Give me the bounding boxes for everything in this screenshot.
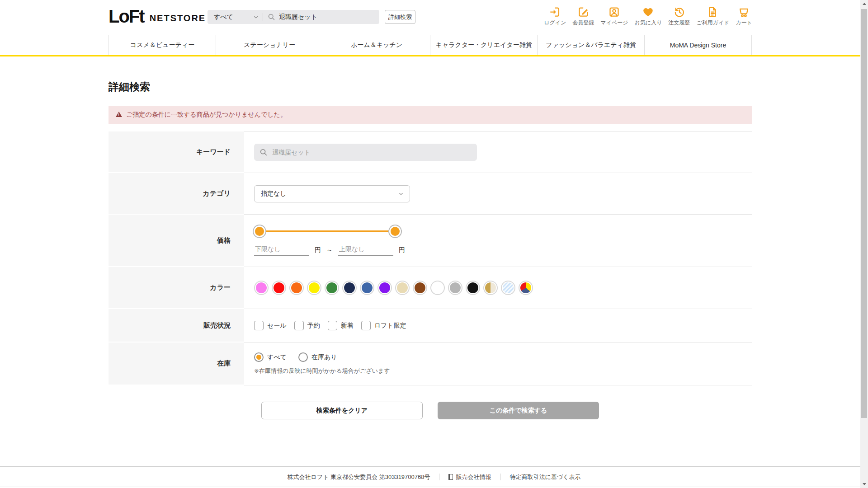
color-swatch-pink[interactable] [256, 282, 267, 293]
status-checkbox-予約[interactable]: 予約 [294, 321, 320, 330]
quick-link-label: ご利用ガイド [696, 19, 729, 27]
login-link[interactable]: ログイン [544, 6, 566, 27]
color-swatch-beige[interactable] [397, 282, 408, 293]
scrollbar-up-arrow[interactable] [860, 0, 868, 8]
mypage-icon [608, 6, 620, 18]
stock-radio-在庫あり[interactable]: 在庫あり [298, 352, 337, 362]
nav-item[interactable]: キャラクター・クリエイター雑貨 [430, 35, 537, 55]
color-swatch-orange[interactable] [291, 282, 302, 293]
status-row: 販売状況 セール 予約 [108, 309, 752, 343]
chevron-down-icon [253, 14, 259, 20]
color-swatch-green[interactable] [326, 282, 337, 293]
footer: 株式会社ロフト 東京都公安委員会 第303319700768号 販売会社情報 特… [0, 466, 868, 487]
nav-item[interactable]: ホーム＆キッチン [323, 35, 430, 55]
stock-row: 在庫 すべて 在庫あり [108, 343, 752, 385]
footer-divider [500, 474, 500, 480]
nav-item[interactable]: ステーショナリー [216, 35, 323, 55]
color-row: カラー [108, 267, 752, 309]
color-swatch-clear[interactable] [503, 282, 514, 293]
search-category-select[interactable]: すべて [208, 10, 263, 24]
search-category-value: すべて [214, 13, 233, 21]
register-link[interactable]: 会員登録 [572, 6, 594, 27]
price-slider-handle-max[interactable] [389, 225, 401, 237]
footer-link-label: 特定商取引法に基づく表示 [509, 473, 580, 481]
search-submit-button[interactable]: この条件で検索する [438, 402, 599, 419]
color-swatch-white[interactable] [432, 282, 443, 293]
footer-bottom-line [0, 487, 868, 487]
page: LoFt NETSTORE すべて 詳細検索 ログイン [0, 0, 868, 488]
footer-row: 株式会社ロフト 東京都公安委員会 第303319700768号 販売会社情報 特… [0, 467, 868, 487]
category-select[interactable]: 指定なし [254, 185, 410, 202]
footer-company-text: 株式会社ロフト 東京都公安委員会 第303319700768号 [288, 473, 430, 481]
header: LoFt NETSTORE すべて 詳細検索 ログイン [0, 0, 868, 35]
login-icon [549, 6, 561, 18]
color-swatch-brown[interactable] [415, 282, 425, 293]
checkbox-label: セール [267, 322, 287, 330]
status-checkbox-セール[interactable]: セール [254, 321, 287, 330]
radio-label: すべて [267, 353, 287, 361]
price-range-slider [259, 225, 395, 237]
stock-note: ※在庫情報の反映に時間がかかる場合がございます [254, 367, 390, 375]
logo[interactable]: LoFt NETSTORE [108, 7, 206, 25]
color-swatch-black[interactable] [467, 282, 478, 293]
footer-link-legal[interactable]: 特定商取引法に基づく表示 [509, 473, 580, 481]
history-icon [673, 6, 685, 18]
checkbox-box [328, 321, 337, 330]
search-divider [263, 13, 263, 21]
color-swatch-blue[interactable] [362, 282, 373, 293]
order-history-link[interactable]: 注文履歴 [668, 6, 690, 27]
store-icon [448, 474, 453, 480]
price-slider-track[interactable] [259, 230, 395, 232]
scrollbar[interactable] [860, 0, 868, 488]
cart-icon [738, 6, 750, 18]
price-min-input[interactable] [254, 244, 309, 256]
status-checkbox-ロフト限定[interactable]: ロフト限定 [361, 321, 406, 330]
stock-radio-すべて[interactable]: すべて [254, 352, 287, 362]
quick-link-label: ログイン [544, 19, 566, 27]
color-swatch-yellow[interactable] [309, 282, 320, 293]
category-select-value: 指定なし [261, 190, 287, 198]
color-label: カラー [108, 267, 244, 309]
quick-link-label: 注文履歴 [668, 19, 690, 27]
price-content: 円 ～ 円 [244, 215, 752, 267]
favorites-icon [642, 6, 654, 18]
color-swatch-navy[interactable] [344, 282, 355, 293]
nav-item[interactable]: MoMA Design Store [644, 35, 752, 55]
clear-conditions-button[interactable]: 検索条件をクリア [261, 402, 423, 419]
color-swatch-gold[interactable] [485, 282, 496, 293]
status-checkbox-新着[interactable]: 新着 [328, 321, 354, 330]
radio-circle [254, 352, 264, 362]
scrollbar-down-arrow[interactable] [860, 480, 868, 488]
keyword-input[interactable] [271, 148, 472, 156]
quick-link-label: お気に入り [634, 19, 662, 27]
main-content: 詳細検索 ご指定の条件に一致する商品が見つかりませんでした。 キーワード [0, 80, 868, 419]
keyword-row: キーワード [108, 131, 752, 173]
price-slider-handle-min[interactable] [254, 225, 265, 237]
price-separator: ～ [326, 246, 333, 254]
search-icon [259, 148, 268, 156]
keyword-content [244, 131, 752, 173]
checkbox-box [361, 321, 371, 330]
price-unit-max: 円 [399, 246, 405, 254]
checkbox-label: 予約 [307, 322, 320, 330]
favorites-link[interactable]: お気に入り [634, 6, 662, 27]
scrollbar-thumb[interactable] [861, 9, 867, 418]
cart-link[interactable]: カート [736, 6, 752, 27]
color-swatch-red[interactable] [274, 282, 284, 293]
footer-divider [439, 474, 439, 480]
mypage-link[interactable]: マイページ [600, 6, 628, 27]
color-swatch-purple[interactable] [379, 282, 390, 293]
color-swatch-multicolor[interactable] [520, 282, 531, 293]
nav-item[interactable]: ファッション＆バラエティ雑貨 [537, 35, 644, 55]
color-swatch-gray[interactable] [450, 282, 461, 293]
advanced-search-button[interactable]: 詳細検索 [385, 10, 415, 24]
quick-link-label: マイページ [600, 19, 628, 27]
guide-link[interactable]: ご利用ガイド [696, 6, 729, 27]
nav-item[interactable]: コスメ＆ビューティー [108, 35, 216, 55]
footer-link-company-info[interactable]: 販売会社情報 [448, 473, 491, 481]
price-max-input[interactable] [338, 244, 393, 256]
radio-circle [298, 352, 308, 362]
header-search-input[interactable] [278, 13, 379, 21]
main-nav: コスメ＆ビューティー ステーショナリー ホーム＆キッチン キャラクター・クリエイ… [0, 35, 868, 56]
keyword-input-wrap [254, 144, 477, 161]
